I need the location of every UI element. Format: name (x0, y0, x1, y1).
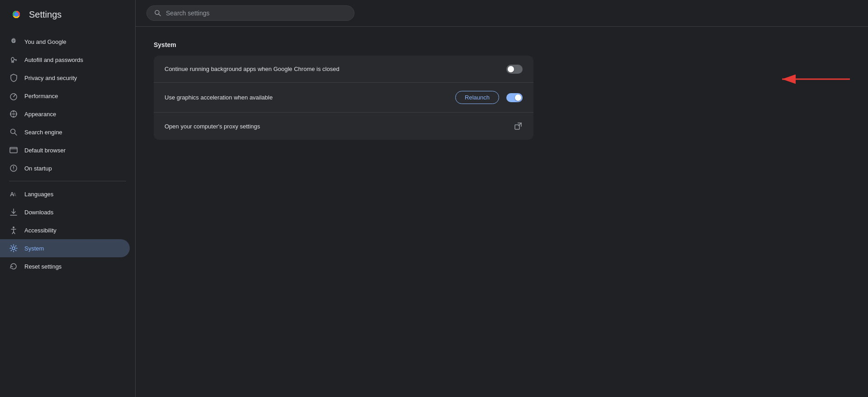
sidebar-label-on-startup: On startup (24, 165, 52, 172)
settings-row-graphics: Use graphics acceleration when available… (154, 83, 533, 113)
search-input[interactable] (166, 9, 347, 17)
sidebar-header: Settings (0, 0, 135, 29)
sidebar-item-you-and-google[interactable]: G You and Google (0, 33, 130, 51)
main-wrapper: System Continue running background apps … (136, 0, 868, 397)
settings-content: System Continue running background apps … (136, 27, 868, 397)
downloads-icon (9, 208, 18, 217)
chrome-logo-icon (9, 7, 24, 22)
sidebar-item-downloads[interactable]: Downloads (0, 203, 130, 221)
svg-point-33 (12, 247, 15, 250)
sidebar: Settings G You and Google (0, 0, 136, 397)
sidebar-item-on-startup[interactable]: On startup (0, 159, 130, 177)
graphics-label: Use graphics acceleration when available (165, 94, 455, 101)
external-link-icon[interactable] (514, 122, 523, 131)
app-title: Settings (29, 9, 61, 20)
sidebar-item-autofill[interactable]: Autofill and passwords (0, 51, 130, 69)
languages-icon: A A (9, 189, 18, 198)
background-apps-toggle[interactable] (506, 65, 523, 74)
svg-point-13 (13, 111, 14, 112)
default-browser-icon (9, 146, 18, 155)
graphics-toggle[interactable] (506, 93, 523, 102)
on-startup-icon (9, 164, 18, 173)
sidebar-label-default-browser: Default browser (24, 147, 66, 154)
sidebar-item-appearance[interactable]: Appearance (0, 105, 130, 123)
svg-point-28 (13, 227, 14, 228)
settings-card: Continue running background apps when Go… (154, 56, 533, 140)
sidebar-item-privacy[interactable]: Privacy and security (0, 69, 130, 87)
svg-point-16 (10, 113, 12, 115)
nav-divider (9, 181, 126, 181)
sidebar-label-appearance: Appearance (24, 111, 56, 118)
sidebar-label-search-engine: Search engine (24, 129, 62, 136)
topbar (136, 0, 868, 27)
svg-rect-8 (15, 60, 17, 61)
proxy-label: Open your computer's proxy settings (165, 123, 514, 130)
background-apps-label: Continue running background apps when Go… (165, 66, 506, 72)
graphics-toggle-track (506, 93, 523, 102)
svg-line-35 (159, 14, 161, 16)
sidebar-label-reset-settings: Reset settings (24, 263, 61, 270)
privacy-icon (9, 73, 18, 82)
sidebar-label-autofill: Autofill and passwords (24, 57, 83, 63)
svg-point-5 (11, 57, 14, 61)
sidebar-label-accessibility: Accessibility (24, 227, 57, 234)
sidebar-label-system: System (24, 245, 44, 252)
section-title: System (154, 41, 850, 48)
you-and-google-icon: G (9, 37, 18, 46)
svg-text:G: G (11, 38, 15, 44)
accessibility-icon (9, 226, 18, 235)
search-box[interactable] (146, 5, 354, 21)
svg-rect-19 (10, 147, 17, 153)
autofill-icon (9, 55, 18, 64)
settings-row-background-apps: Continue running background apps when Go… (154, 56, 533, 83)
proxy-controls (514, 122, 523, 131)
sidebar-nav: G You and Google Autofill and passwords (0, 29, 135, 397)
sidebar-item-performance[interactable]: Performance (0, 87, 130, 105)
sidebar-label-languages: Languages (24, 191, 53, 198)
svg-rect-7 (14, 59, 17, 60)
svg-line-32 (14, 232, 15, 234)
svg-line-18 (15, 133, 17, 136)
sidebar-label-privacy: Privacy and security (24, 75, 77, 81)
svg-point-14 (16, 113, 17, 115)
search-icon (154, 9, 161, 17)
sidebar-label-you-and-google: You and Google (24, 38, 66, 45)
sidebar-label-downloads: Downloads (24, 209, 53, 216)
relaunch-button[interactable]: Relaunch (455, 91, 499, 104)
sidebar-item-accessibility[interactable]: Accessibility (0, 221, 130, 239)
reset-settings-icon (9, 262, 18, 271)
sidebar-item-search-engine[interactable]: Search engine (0, 123, 130, 141)
background-apps-toggle-thumb (508, 66, 514, 72)
svg-point-12 (12, 113, 15, 115)
sidebar-label-performance: Performance (24, 93, 58, 99)
settings-row-proxy: Open your computer's proxy settings (154, 113, 533, 140)
svg-point-15 (13, 116, 14, 118)
svg-rect-6 (11, 61, 14, 63)
svg-point-3 (14, 12, 19, 17)
sidebar-item-languages[interactable]: A A Languages (0, 185, 130, 203)
performance-icon (9, 91, 18, 100)
svg-text:A: A (13, 192, 16, 197)
svg-line-37 (519, 123, 521, 126)
sidebar-item-reset-settings[interactable]: Reset settings (0, 257, 130, 275)
background-apps-controls (506, 65, 523, 74)
appearance-icon (9, 109, 18, 118)
svg-line-10 (14, 95, 15, 97)
main-content: System Continue running background apps … (136, 0, 868, 397)
graphics-toggle-thumb (515, 95, 521, 101)
graphics-controls: Relaunch (455, 91, 523, 104)
search-engine-icon (9, 128, 18, 137)
background-apps-toggle-track (506, 65, 523, 74)
sidebar-item-system[interactable]: System (0, 239, 130, 257)
system-icon (9, 244, 18, 253)
sidebar-item-default-browser[interactable]: Default browser (0, 141, 130, 159)
